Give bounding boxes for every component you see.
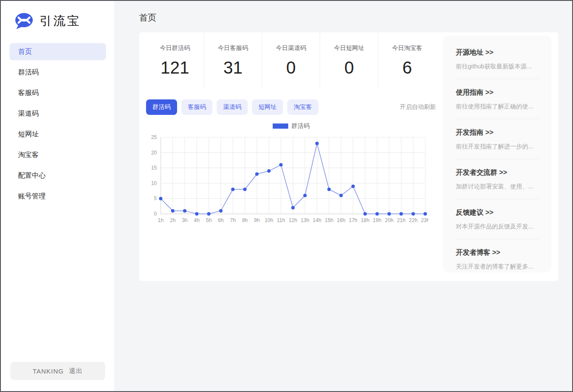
tab-short-url[interactable]: 短网址 — [252, 99, 283, 115]
svg-text:5: 5 — [154, 195, 157, 201]
stat-label: 今日淘宝客 — [378, 44, 436, 52]
link-title: 开发者博客 >> — [456, 248, 539, 257]
line-chart: 05101520251h2h3h4h5h6h7h8h9h10h11h12h13h… — [146, 131, 429, 228]
legend-label: 群活码 — [292, 122, 310, 130]
svg-text:2h: 2h — [170, 217, 175, 223]
dashboard-card: 今日群活码 121 今日客服码 31 今日渠道码 0 今日短网址 0 — [139, 32, 558, 281]
logout-button[interactable]: TANKING 退出 — [10, 362, 105, 380]
svg-text:18h: 18h — [361, 217, 369, 223]
sidebar: 引流宝 首页 群活码 客服码 渠道码 短网址 淘宝客 配置中心 账号管理 TAN… — [1, 1, 115, 391]
brand-logo: 引流宝 — [1, 1, 115, 30]
svg-text:8h: 8h — [242, 217, 248, 223]
link-user-guide[interactable]: 使用指南 >> 前往使用指南了解正确的使... — [456, 79, 539, 119]
tab-taobao-affiliate[interactable]: 淘宝客 — [287, 99, 318, 115]
stat-value: 0 — [320, 58, 378, 77]
sidebar-item-account-management[interactable]: 账号管理 — [9, 188, 106, 205]
svg-text:20h: 20h — [385, 217, 393, 223]
svg-text:0: 0 — [154, 211, 157, 217]
stat-label: 今日客服码 — [204, 44, 262, 52]
sidebar-menu: 首页 群活码 客服码 渠道码 短网址 淘宝客 配置中心 账号管理 — [1, 43, 115, 208]
svg-text:11h: 11h — [277, 217, 285, 223]
logout-label: 退出 — [69, 367, 83, 375]
link-description: 关注开发者的博客了解更多... — [456, 263, 539, 271]
app-window: 引流宝 首页 群活码 客服码 渠道码 短网址 淘宝客 配置中心 账号管理 TAN… — [0, 0, 573, 392]
chat-bubble-double-x-icon — [14, 12, 34, 30]
tab-group-qr[interactable]: 群活码 — [146, 99, 177, 115]
svg-text:10h: 10h — [265, 217, 273, 223]
chart-legend: 群活码 — [146, 122, 436, 130]
sidebar-item-taobao-affiliate[interactable]: 淘宝客 — [9, 146, 106, 164]
main-area: 首页 今日群活码 121 今日客服码 31 今日渠道码 0 — [115, 1, 572, 391]
svg-text:17h: 17h — [349, 217, 358, 223]
line-chart-block: 群活码 05101520251h2h3h4h5h6h7h8h9h10h11h12… — [146, 122, 436, 228]
svg-text:15h: 15h — [325, 217, 333, 223]
svg-text:15: 15 — [151, 165, 157, 171]
link-title: 使用指南 >> — [456, 88, 539, 97]
svg-text:19h: 19h — [373, 217, 381, 223]
dashboard-left-section: 今日群活码 121 今日客服码 31 今日渠道码 0 今日短网址 0 — [139, 32, 443, 281]
username: TANKING — [33, 367, 64, 375]
sidebar-item-label: 首页 — [18, 47, 32, 56]
svg-text:22h: 22h — [409, 217, 417, 223]
sidebar-item-short-url[interactable]: 短网址 — [9, 126, 106, 143]
link-dev-group[interactable]: 开发者交流群 >> 加群讨论部署安装、使用、... — [456, 159, 539, 199]
link-dev-blog[interactable]: 开发者博客 >> 关注开发者的博客了解更多... — [456, 239, 539, 272]
sidebar-item-config-center[interactable]: 配置中心 — [9, 167, 106, 184]
sidebar-item-channel-qr[interactable]: 渠道码 — [9, 105, 106, 122]
link-description: 前往使用指南了解正确的使... — [456, 103, 539, 111]
auto-refresh-toggle[interactable]: 开启自动刷新 — [400, 103, 436, 111]
sidebar-item-label: 账号管理 — [18, 192, 46, 201]
sidebar-spacer — [1, 208, 115, 362]
stats-row: 今日群活码 121 今日客服码 31 今日渠道码 0 今日短网址 0 — [146, 32, 436, 88]
stat-card-group-qr: 今日群活码 121 — [146, 32, 204, 88]
link-open-source[interactable]: 开源地址 >> 前往github获取最新版本源... — [456, 39, 539, 79]
svg-text:13h: 13h — [301, 217, 309, 223]
link-feedback[interactable]: 反馈建议 >> 对本开源作品的反馈及开发... — [456, 199, 539, 239]
stat-label: 今日群活码 — [146, 44, 204, 52]
svg-text:25: 25 — [151, 134, 157, 140]
svg-text:10: 10 — [151, 180, 157, 186]
sidebar-item-label: 淘宝客 — [18, 151, 39, 160]
sidebar-item-customer-service-qr[interactable]: 客服码 — [9, 84, 106, 102]
svg-text:6h: 6h — [218, 217, 224, 223]
link-description: 前往github获取最新版本源... — [456, 63, 539, 71]
link-description: 对本开源作品的反馈及开发... — [456, 223, 539, 231]
stat-label: 今日短网址 — [320, 44, 378, 52]
svg-text:4h: 4h — [194, 217, 199, 223]
sidebar-item-label: 渠道码 — [18, 109, 39, 118]
svg-text:23h: 23h — [421, 217, 429, 223]
stat-label: 今日渠道码 — [262, 44, 320, 52]
sidebar-item-label: 群活码 — [18, 68, 39, 77]
svg-text:5h: 5h — [206, 217, 212, 223]
svg-text:20: 20 — [151, 150, 157, 156]
chart-tabs-row: 群活码 客服码 渠道码 短网址 淘宝客 开启自动刷新 — [146, 99, 436, 115]
sidebar-item-label: 短网址 — [18, 130, 39, 139]
sidebar-item-label: 配置中心 — [18, 171, 46, 180]
sidebar-item-group-qr[interactable]: 群活码 — [9, 64, 106, 81]
sidebar-item-home[interactable]: 首页 — [9, 43, 106, 60]
brand-name: 引流宝 — [40, 13, 81, 29]
stat-card-customer-service-qr: 今日客服码 31 — [204, 32, 262, 88]
link-title: 开发指南 >> — [456, 128, 539, 137]
legend-swatch — [273, 123, 288, 129]
svg-text:12h: 12h — [289, 217, 297, 223]
links-panel: 开源地址 >> 前往github获取最新版本源... 使用指南 >> 前往使用指… — [443, 36, 551, 272]
chart-tab-group: 群活码 客服码 渠道码 短网址 淘宝客 — [146, 99, 318, 115]
svg-text:7h: 7h — [230, 217, 236, 223]
link-title: 开发者交流群 >> — [456, 168, 539, 177]
stat-value: 31 — [204, 58, 262, 77]
stat-card-channel-qr: 今日渠道码 0 — [262, 32, 320, 88]
link-title: 反馈建议 >> — [456, 208, 539, 217]
tab-channel-qr[interactable]: 渠道码 — [217, 99, 248, 115]
svg-text:3h: 3h — [182, 217, 187, 223]
link-dev-guide[interactable]: 开发指南 >> 前往开发指南了解进一步的... — [456, 119, 539, 159]
stat-value: 0 — [262, 58, 320, 77]
svg-text:1h: 1h — [158, 217, 163, 223]
link-description: 加群讨论部署安装、使用、... — [456, 183, 539, 191]
svg-text:9h: 9h — [254, 217, 260, 223]
page-title: 首页 — [139, 12, 558, 24]
tab-customer-service-qr[interactable]: 客服码 — [181, 99, 212, 115]
svg-text:16h: 16h — [337, 217, 346, 223]
stat-card-short-url: 今日短网址 0 — [320, 32, 378, 88]
svg-text:14h: 14h — [313, 217, 321, 223]
